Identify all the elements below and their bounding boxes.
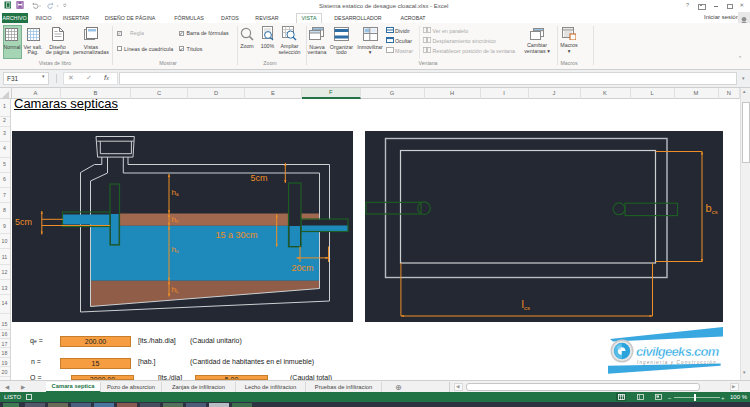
svg-text:5cm: 5cm [251,173,268,183]
svg-text:5cm: 5cm [15,216,32,226]
svg-text:15 a 30cm: 15 a 30cm [216,230,258,240]
svg-text:civilgeeks.com: civilgeeks.com [636,344,720,359]
svg-text:Ingeniería y Construcción: Ingeniería y Construcción [637,360,717,365]
svg-text:20cm: 20cm [292,263,314,273]
